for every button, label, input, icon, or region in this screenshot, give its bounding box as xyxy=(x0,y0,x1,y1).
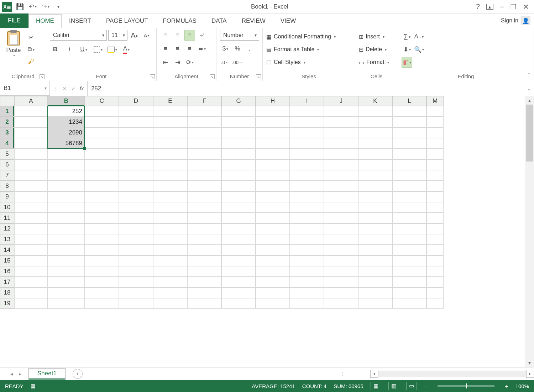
cell[interactable] xyxy=(392,181,426,191)
increase-font-icon[interactable]: A▴ xyxy=(129,30,140,41)
cell[interactable] xyxy=(426,149,444,159)
sort-filter-icon[interactable]: A↓▾ xyxy=(414,31,424,42)
cell[interactable] xyxy=(187,287,221,298)
cell[interactable] xyxy=(392,170,426,181)
conditional-formatting-button[interactable]: ▦ Conditional Formatting▾ xyxy=(266,31,336,42)
cell[interactable] xyxy=(392,298,426,309)
cell[interactable] xyxy=(256,223,290,234)
cell[interactable] xyxy=(48,287,85,298)
minimize-icon[interactable]: – xyxy=(500,2,504,11)
cell[interactable] xyxy=(392,117,426,127)
cell[interactable] xyxy=(392,106,426,117)
cell[interactable] xyxy=(119,234,153,245)
cell[interactable] xyxy=(14,234,48,245)
cell[interactable] xyxy=(14,117,48,127)
cell[interactable] xyxy=(392,245,426,255)
cell[interactable] xyxy=(187,138,221,149)
cell[interactable] xyxy=(153,298,187,309)
tab-review[interactable]: REVIEW xyxy=(234,14,273,28)
cell[interactable] xyxy=(324,255,358,266)
cell[interactable] xyxy=(48,170,85,181)
cell[interactable] xyxy=(324,266,358,277)
cell[interactable] xyxy=(14,170,48,181)
cell[interactable] xyxy=(256,191,290,202)
cell[interactable] xyxy=(48,266,85,277)
column-header[interactable]: A xyxy=(14,96,48,106)
cell[interactable] xyxy=(426,170,444,181)
tab-split-icon[interactable]: ⋮ xyxy=(340,371,345,377)
cell[interactable] xyxy=(221,255,256,266)
insert-cells-button[interactable]: ⊞ Insert▾ xyxy=(359,31,384,42)
increase-indent-icon[interactable]: ⇥ xyxy=(172,57,183,68)
cell[interactable] xyxy=(290,181,324,191)
cell[interactable] xyxy=(119,223,153,234)
cell[interactable] xyxy=(426,298,444,309)
cell[interactable] xyxy=(392,234,426,245)
cell[interactable] xyxy=(85,138,119,149)
format-painter-icon[interactable]: 🖌 xyxy=(26,56,36,67)
cell[interactable] xyxy=(119,277,153,287)
cell[interactable] xyxy=(358,202,392,213)
scroll-down-icon[interactable]: ▾ xyxy=(525,359,534,367)
cell[interactable] xyxy=(324,234,358,245)
cell[interactable] xyxy=(221,138,256,149)
cell[interactable] xyxy=(358,223,392,234)
cell[interactable] xyxy=(324,245,358,255)
cell[interactable] xyxy=(426,245,444,255)
cell[interactable] xyxy=(119,170,153,181)
cell[interactable] xyxy=(290,117,324,127)
scroll-up-icon[interactable]: ▴ xyxy=(525,96,534,105)
cell[interactable] xyxy=(119,287,153,298)
cell[interactable] xyxy=(324,149,358,159)
underline-button[interactable]: U▾ xyxy=(78,44,89,55)
cell[interactable] xyxy=(48,298,85,309)
cell[interactable] xyxy=(358,298,392,309)
borders-button[interactable]: ▾ xyxy=(93,44,103,55)
cell[interactable] xyxy=(392,127,426,138)
cell[interactable] xyxy=(324,159,358,170)
delete-cells-button[interactable]: ⊟ Delete▾ xyxy=(359,44,387,55)
cell[interactable] xyxy=(256,127,290,138)
cell[interactable] xyxy=(290,170,324,181)
column-header[interactable]: H xyxy=(256,96,290,106)
comma-format-icon[interactable]: , xyxy=(244,43,255,54)
cell[interactable] xyxy=(358,213,392,223)
cell[interactable] xyxy=(358,149,392,159)
cell[interactable] xyxy=(85,106,119,117)
sign-in[interactable]: Sign in 👤 xyxy=(497,14,534,28)
format-cells-button[interactable]: ▭ Format▾ xyxy=(359,57,389,68)
cell[interactable] xyxy=(392,277,426,287)
cell[interactable] xyxy=(85,127,119,138)
column-header[interactable]: E xyxy=(153,96,187,106)
cell[interactable] xyxy=(221,117,256,127)
cell[interactable] xyxy=(153,213,187,223)
row-header[interactable]: 14 xyxy=(0,245,14,255)
cell[interactable] xyxy=(14,213,48,223)
cell[interactable] xyxy=(324,213,358,223)
cell[interactable] xyxy=(256,202,290,213)
row-header[interactable]: 9 xyxy=(0,191,14,202)
cell[interactable] xyxy=(14,266,48,277)
cell[interactable] xyxy=(119,191,153,202)
cell[interactable] xyxy=(324,170,358,181)
cell[interactable] xyxy=(256,266,290,277)
cell[interactable] xyxy=(187,277,221,287)
cell[interactable] xyxy=(119,159,153,170)
cell[interactable] xyxy=(85,170,119,181)
zoom-slider[interactable] xyxy=(438,385,494,387)
fill-handle[interactable] xyxy=(83,147,86,150)
cell[interactable] xyxy=(153,159,187,170)
cell[interactable] xyxy=(256,181,290,191)
cell[interactable] xyxy=(14,277,48,287)
cell[interactable] xyxy=(85,234,119,245)
find-select-icon[interactable]: 🔍▾ xyxy=(414,44,424,55)
cell[interactable] xyxy=(187,181,221,191)
cell[interactable] xyxy=(221,127,256,138)
cell[interactable] xyxy=(392,149,426,159)
cell[interactable] xyxy=(85,202,119,213)
column-header[interactable]: L xyxy=(392,96,426,106)
cell[interactable] xyxy=(14,255,48,266)
cell[interactable] xyxy=(85,287,119,298)
cell[interactable] xyxy=(48,245,85,255)
cell[interactable] xyxy=(153,202,187,213)
